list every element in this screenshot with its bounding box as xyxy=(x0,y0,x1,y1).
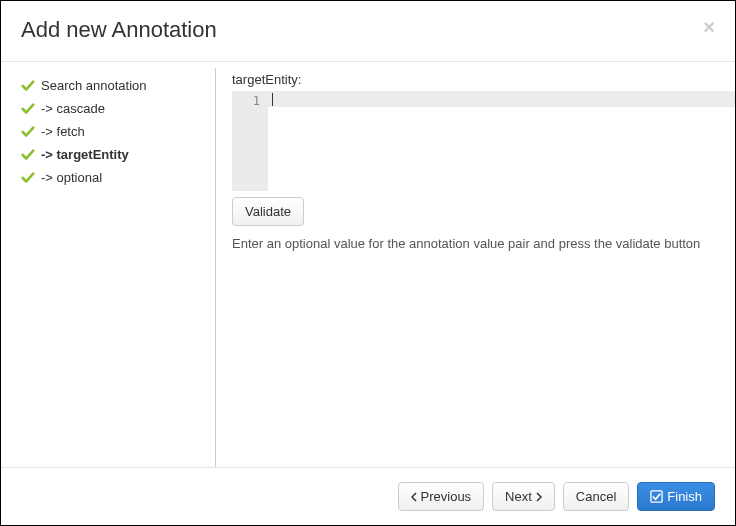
validate-row: Validate xyxy=(232,197,735,226)
wizard-step-label: -> optional xyxy=(41,170,102,185)
wizard-step-fetch[interactable]: -> fetch xyxy=(21,120,205,143)
line-number: 1 xyxy=(232,93,260,109)
wizard-sidebar: Search annotation -> cascade -> fetch ->… xyxy=(21,68,216,467)
cursor-icon xyxy=(272,93,273,106)
wizard-main: targetEntity: 1 Validate Enter an option… xyxy=(216,68,735,467)
code-editor[interactable]: 1 xyxy=(232,91,735,191)
wizard-step-label: Search annotation xyxy=(41,78,147,93)
svg-rect-0 xyxy=(651,491,662,502)
check-icon xyxy=(21,148,35,162)
check-icon xyxy=(21,102,35,116)
chevron-right-icon xyxy=(536,492,542,502)
check-icon xyxy=(21,171,35,185)
editor-line[interactable] xyxy=(268,91,735,107)
editor-content[interactable] xyxy=(268,91,735,191)
previous-button[interactable]: Previous xyxy=(398,482,485,511)
finish-label: Finish xyxy=(667,489,702,504)
chevron-left-icon xyxy=(411,492,417,502)
next-label: Next xyxy=(505,489,532,504)
wizard-step-cascade[interactable]: -> cascade xyxy=(21,97,205,120)
modal-header: Add new Annotation × xyxy=(1,1,735,62)
modal-body: Search annotation -> cascade -> fetch ->… xyxy=(1,62,735,467)
wizard-step-label: -> targetEntity xyxy=(41,147,129,162)
help-text: Enter an optional value for the annotati… xyxy=(232,236,735,251)
wizard-step-optional[interactable]: -> optional xyxy=(21,166,205,189)
check-icon xyxy=(21,79,35,93)
check-icon xyxy=(21,125,35,139)
previous-label: Previous xyxy=(421,489,472,504)
close-icon[interactable]: × xyxy=(703,17,715,37)
cancel-button[interactable]: Cancel xyxy=(563,482,629,511)
finish-button[interactable]: Finish xyxy=(637,482,715,511)
modal-dialog: Add new Annotation × Search annotation -… xyxy=(0,0,736,526)
validate-button[interactable]: Validate xyxy=(232,197,304,226)
next-button[interactable]: Next xyxy=(492,482,555,511)
modal-title: Add new Annotation xyxy=(21,17,217,43)
modal-footer: Previous Next Cancel Finish xyxy=(1,467,735,525)
editor-gutter: 1 xyxy=(232,91,268,191)
wizard-step-label: -> fetch xyxy=(41,124,85,139)
wizard-step-targetentity[interactable]: -> targetEntity xyxy=(21,143,205,166)
wizard-step-label: -> cascade xyxy=(41,101,105,116)
field-label: targetEntity: xyxy=(232,72,735,87)
checkbox-checked-icon xyxy=(650,490,663,503)
wizard-step-search[interactable]: Search annotation xyxy=(21,74,205,97)
